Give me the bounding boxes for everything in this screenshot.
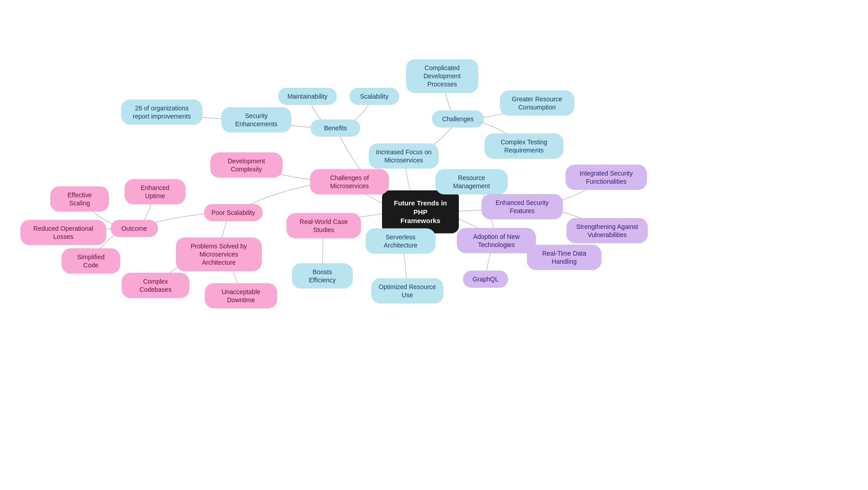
node-maintainability[interactable]: Maintainability	[278, 88, 337, 105]
node-enhanced-security[interactable]: Enhanced Security Features	[481, 194, 563, 219]
mindmap-container: Future Trends in PHP FrameworksBenefitsM…	[0, 0, 868, 490]
node-poor-scalability[interactable]: Poor Scalability	[204, 204, 263, 221]
node-resource-mgmt[interactable]: Resource Management	[435, 169, 508, 195]
node-greater-resource[interactable]: Greater Resource Consumption	[500, 90, 575, 116]
node-scalability[interactable]: Scalability	[349, 88, 399, 105]
node-adoption-new[interactable]: Adoption of New Technologies	[457, 228, 536, 253]
node-unacceptable-downtime[interactable]: Unacceptable Downtime	[205, 283, 277, 309]
node-real-world[interactable]: Real-World Case Studies	[287, 213, 361, 238]
node-serverless[interactable]: Serverless Architecture	[366, 228, 436, 254]
node-reduced-op[interactable]: Reduced Operational Losses	[20, 220, 106, 245]
node-26-org[interactable]: 26 of organizations report improvements	[121, 100, 203, 125]
node-dev-complexity[interactable]: Development Complexity	[210, 152, 283, 178]
node-problems-solved[interactable]: Problems Solved by Microservices Archite…	[176, 238, 262, 271]
node-strengthening[interactable]: Strengthening Against Vulnerabilities	[566, 218, 648, 243]
node-optimized-resource[interactable]: Optimized Resource Use	[371, 278, 443, 304]
node-integrated-security[interactable]: Integrated Security Functionalities	[566, 165, 647, 190]
node-enhanced-uptime[interactable]: Enhanced Uptime	[125, 179, 186, 205]
node-challenges[interactable]: Challenges	[432, 110, 484, 128]
node-complicated-dev[interactable]: Complicated Development Processes	[406, 59, 478, 93]
node-complex-codebases[interactable]: Complex Codebases	[122, 273, 189, 298]
node-security-enhancements[interactable]: Security Enhancements	[222, 107, 292, 133]
node-challenges-micro[interactable]: Challenges of Microservices	[310, 169, 389, 195]
node-increased-focus[interactable]: Increased Focus on Microservices	[369, 143, 439, 169]
node-outcome[interactable]: Outcome	[111, 220, 158, 237]
node-benefits[interactable]: Benefits	[311, 119, 360, 137]
node-realtime-data[interactable]: Real-Time Data Handling	[527, 245, 602, 270]
node-effective-scaling[interactable]: Effective Scaling	[50, 186, 109, 212]
node-simplified-code[interactable]: Simplified Code	[61, 248, 120, 274]
node-complex-testing[interactable]: Complex Testing Requirements	[485, 133, 564, 159]
node-center[interactable]: Future Trends in PHP Frameworks	[382, 190, 459, 233]
node-graphql[interactable]: GraphQL	[463, 271, 508, 288]
node-boosts-efficiency[interactable]: Boosts Efficiency	[292, 263, 353, 289]
